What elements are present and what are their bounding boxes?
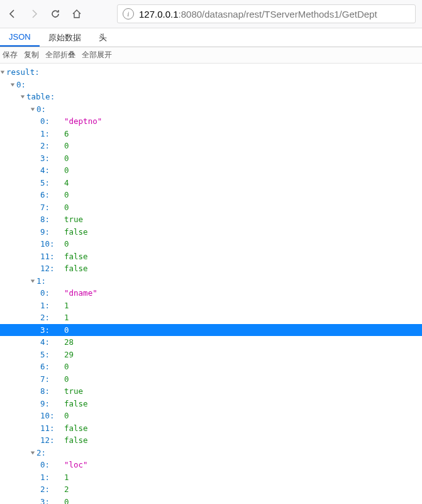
table-cell[interactable]: 1:6 (0, 128, 422, 140)
table-row-header[interactable]: 2: (0, 447, 422, 459)
tab-headers[interactable]: 头 (90, 28, 116, 47)
twister-icon[interactable] (10, 82, 14, 86)
twister-icon[interactable] (30, 107, 34, 111)
table-cell[interactable]: 7:0 (0, 373, 422, 386)
url-text: 127.0.0.1:8080/datasnap/rest/TServerMeth… (139, 9, 377, 20)
table-cell[interactable]: 5:29 (0, 349, 422, 361)
table-cell[interactable]: 8:true (0, 213, 422, 226)
table-row-header[interactable]: 1: (0, 275, 422, 288)
tab-raw[interactable]: 原始数据 (40, 28, 90, 47)
table-cell[interactable]: 3:0 (0, 324, 422, 337)
table-row-header[interactable]: 0: (0, 103, 422, 116)
table-cell[interactable]: 9:false (0, 398, 422, 410)
table-cell[interactable]: 1:1 (0, 300, 422, 312)
table-cell[interactable]: 6:0 (0, 189, 422, 201)
reload-button[interactable] (49, 8, 62, 20)
table-cell[interactable]: 5:4 (0, 177, 422, 189)
json-tree[interactable]: result:0:table:0: 0:"deptno" 1:6 2:0 3:0… (0, 64, 422, 504)
table-cell[interactable]: 0:"loc" (0, 459, 422, 471)
table-cell[interactable]: 6:0 (0, 361, 422, 373)
collapse-all-button[interactable]: 全部折叠 (45, 50, 75, 60)
home-button[interactable] (70, 8, 83, 20)
viewer-tabs: JSON 原始数据 头 (0, 28, 422, 47)
table-cell[interactable]: 3:0 (0, 152, 422, 165)
table-cell[interactable]: 2:2 (0, 483, 422, 496)
toolbar: 保存 复制 全部折叠 全部展开 (0, 47, 422, 64)
back-button[interactable] (6, 8, 19, 20)
table-cell[interactable]: 4:0 (0, 164, 422, 177)
table-cell[interactable]: 2:0 (0, 140, 422, 152)
twister-icon[interactable] (30, 279, 34, 283)
table-cell[interactable]: 3:0 (0, 496, 422, 505)
table-cell[interactable]: 2:1 (0, 311, 422, 324)
table-cell[interactable]: 0:"deptno" (0, 115, 422, 128)
table-cell[interactable]: 11:false (0, 422, 422, 435)
save-button[interactable]: 保存 (3, 50, 18, 60)
node-table[interactable]: table: (0, 91, 422, 103)
expand-all-button[interactable]: 全部展开 (82, 50, 112, 60)
table-cell[interactable]: 12:false (0, 262, 422, 275)
table-cell[interactable]: 7:0 (0, 201, 422, 214)
table-cell[interactable]: 11:false (0, 250, 422, 263)
node-result[interactable]: result: (0, 66, 422, 79)
table-cell[interactable]: 10:0 (0, 238, 422, 250)
table-cell[interactable]: 10:0 (0, 410, 422, 422)
node-0[interactable]: 0: (0, 79, 422, 91)
table-cell[interactable]: 4:28 (0, 336, 422, 349)
table-cell[interactable]: 9:false (0, 226, 422, 238)
table-cell[interactable]: 12:false (0, 434, 422, 447)
info-icon[interactable]: i (123, 8, 134, 20)
url-bar[interactable]: i 127.0.0.1:8080/datasnap/rest/TServerMe… (117, 4, 416, 23)
forward-button[interactable] (28, 8, 40, 20)
table-cell[interactable]: 8:true (0, 385, 422, 398)
copy-button[interactable]: 复制 (24, 50, 39, 60)
table-cell[interactable]: 0:"dname" (0, 287, 422, 300)
twister-icon[interactable] (0, 70, 4, 74)
twister-icon[interactable] (30, 451, 34, 454)
table-cell[interactable]: 1:1 (0, 471, 422, 484)
twister-icon[interactable] (20, 94, 24, 98)
tab-json[interactable]: JSON (0, 28, 40, 47)
